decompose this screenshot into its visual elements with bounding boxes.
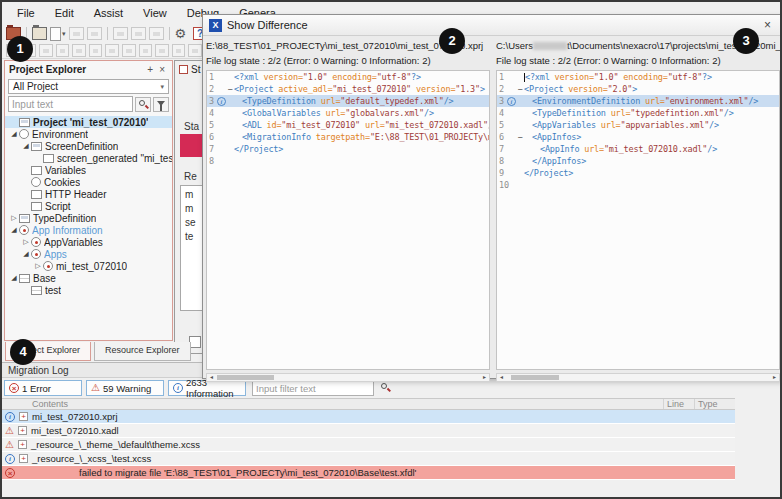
tree-expander-icon[interactable]: ◢ <box>9 226 19 234</box>
tree-item[interactable]: Cookies <box>5 176 172 188</box>
menu-assist[interactable]: Assist <box>85 4 132 22</box>
fold-icon[interactable]: − <box>226 83 234 95</box>
tree-item[interactable]: ▷TypeDefinition <box>5 212 172 224</box>
code-line: 1i<?xml version="1.0" encoding="utf-8"?> <box>497 71 779 83</box>
dialog-icon <box>179 65 188 74</box>
menu-view[interactable]: View <box>134 4 176 22</box>
scroll-right-icon[interactable]: ▸ <box>480 374 489 381</box>
chevron-down-icon[interactable]: ▾ <box>62 30 66 38</box>
fold-spacer <box>226 143 234 155</box>
fold-spacer <box>516 167 524 179</box>
scrollbar-thumb[interactable] <box>511 375 559 380</box>
code-text: <AppInfo url="mi_test_072010.xadl"/> <box>524 143 779 155</box>
menu-edit[interactable]: Edit <box>46 4 83 22</box>
code-text: <EnvironmentDefinition url="environment.… <box>524 95 779 107</box>
log-row[interactable]: ⚠+mi_test_072010.xadl <box>2 424 735 438</box>
tree-item[interactable]: ▷AppVariables <box>5 236 172 248</box>
tree-expander-icon[interactable]: ◢ <box>21 142 31 150</box>
tree-item[interactable]: ◢Apps <box>5 248 172 260</box>
tree-filter-button[interactable] <box>153 97 169 112</box>
app-variables-icon <box>31 237 41 247</box>
line-number: 7 <box>497 143 507 155</box>
tree-item-label: App Information <box>32 225 103 236</box>
line-number: 8 <box>207 155 217 167</box>
form-icon <box>31 286 42 295</box>
tree-item[interactable]: HTTP Header <box>5 188 172 200</box>
menu-file[interactable]: File <box>8 4 44 22</box>
left-horizontal-scrollbar[interactable]: ◂ ▸ <box>206 373 490 382</box>
scrollbar-thumb[interactable] <box>217 375 274 380</box>
tree-item[interactable]: Script <box>5 200 172 212</box>
open-file-icon[interactable] <box>32 27 47 40</box>
diff-pane-left: E:\88_TEST\01_PROJECTy\mi_test_072010\mi… <box>206 36 490 380</box>
tree-search-button[interactable] <box>135 97 151 112</box>
tree-expander-icon[interactable]: ▷ <box>9 214 19 222</box>
toolbar-separator <box>107 27 108 40</box>
filter-error-button[interactable]: ×1 Error <box>4 380 82 396</box>
right-horizontal-scrollbar[interactable]: ◂ ▸ <box>496 373 780 382</box>
tree-item[interactable]: ◢ScreenDefinition <box>5 140 172 152</box>
log-row-text: mi_test_072010.xprj <box>32 411 118 422</box>
options-gear-icon[interactable]: ⚙ <box>175 27 190 40</box>
pin-icon[interactable]: + <box>144 64 156 75</box>
new-doc-icon <box>131 27 146 40</box>
project-scope-dropdown[interactable]: All Project ▾ <box>8 79 169 94</box>
tree-item[interactable]: ◢Environment <box>5 128 172 140</box>
tree-expander-icon[interactable]: ▷ <box>21 238 31 246</box>
code-line: 3i<TypeDefinition url="default_typedef.x… <box>207 95 489 107</box>
fold-icon[interactable]: − <box>516 83 524 95</box>
line-number: 8 <box>497 155 507 167</box>
edit-icon <box>56 44 70 57</box>
tree-item[interactable]: ◢App Information <box>5 224 172 236</box>
tab-resource-explorer[interactable]: Resource Explorer <box>94 342 191 361</box>
log-row[interactable]: ×failed to migrate file 'E:\88_TEST\01_P… <box>2 466 735 480</box>
expand-icon[interactable]: + <box>19 454 28 463</box>
tree-expander-icon[interactable]: ◢ <box>9 130 19 138</box>
code-line: 8i</AppInfos> <box>497 155 779 167</box>
radio-icon <box>155 44 169 57</box>
fold-spacer <box>226 155 234 167</box>
right-file-log-state: File log state : 2/2 (Error: 0 Warning: … <box>496 55 780 68</box>
line-number: 1 <box>497 71 507 83</box>
tree-item[interactable]: Variables <box>5 164 172 176</box>
log-row[interactable]: ⚠+_resource_\_theme_\default\theme.xcss <box>2 438 735 452</box>
left-code-view[interactable]: 1i<?xml version="1.0" encoding="utf-8"?>… <box>206 70 490 370</box>
tree-item[interactable]: ◢Base <box>5 272 172 284</box>
line-number: 5 <box>497 119 507 131</box>
tree-item-label: AppVariables <box>44 237 103 248</box>
tree-item[interactable]: screen_generated "mi_test_072010" <box>5 152 172 164</box>
scroll-left-icon[interactable]: ◂ <box>497 374 506 381</box>
tree-item[interactable]: test <box>5 284 172 296</box>
close-icon[interactable]: × <box>760 18 775 32</box>
expand-icon[interactable]: + <box>19 412 28 421</box>
tree-expander-icon[interactable]: ◢ <box>21 250 31 258</box>
column-line[interactable]: Line <box>664 399 695 409</box>
tree-expander-icon[interactable]: ▷ <box>33 262 43 270</box>
dialog-title-bar[interactable]: X Show Difference × <box>203 15 781 36</box>
column-contents[interactable]: Contents <box>2 399 664 409</box>
scroll-right-icon[interactable]: ▸ <box>770 374 779 381</box>
progress-checkbox[interactable] <box>189 336 201 348</box>
log-row[interactable]: i+mi_test_072010.xprj <box>2 410 735 424</box>
tree-item[interactable]: Project 'mi_test_072010' <box>5 116 172 128</box>
right-code-view[interactable]: 1i<?xml version="1.0" encoding="utf-8"?>… <box>496 70 780 370</box>
new-file-icon[interactable] <box>50 27 61 41</box>
line-number: 2 <box>207 83 217 95</box>
code-line: 10i <box>497 179 779 191</box>
log-row[interactable]: i+_resource_\_xcss_\test.xcss <box>2 452 735 466</box>
tree-search-input[interactable] <box>8 96 133 112</box>
log-search-button[interactable] <box>378 381 394 396</box>
expand-icon[interactable]: + <box>18 426 27 435</box>
tree-item[interactable]: ▷mi_test_072010 <box>5 260 172 272</box>
log-filter-input[interactable] <box>252 381 374 396</box>
column-type[interactable]: Type <box>695 399 735 409</box>
filter-info-button[interactable]: i2633 Information <box>168 380 246 396</box>
left-file-log-state: File log state : 2/2 (Error: 0 Warning: … <box>206 55 490 68</box>
base-icon <box>19 274 30 283</box>
expand-icon[interactable]: + <box>18 440 27 449</box>
scroll-left-icon[interactable]: ◂ <box>207 374 216 381</box>
close-icon[interactable]: × <box>156 64 168 75</box>
fold-icon[interactable]: − <box>516 131 524 143</box>
filter-warning-button[interactable]: ⚠59 Warning <box>86 380 164 396</box>
tree-expander-icon[interactable]: ◢ <box>9 274 19 282</box>
